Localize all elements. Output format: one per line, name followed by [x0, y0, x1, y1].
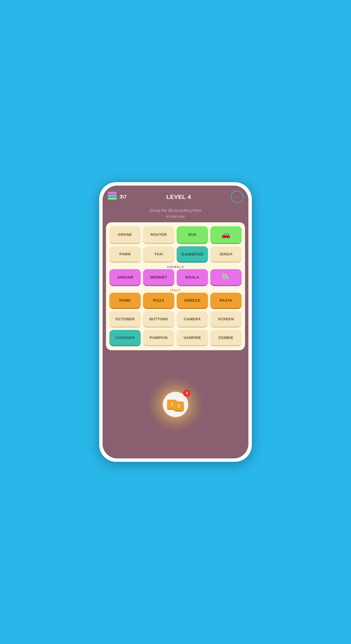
tile-pasta[interactable]: PASTA [210, 293, 242, 309]
tile-row-6: CHARGER PUMPKIN VAMPIRE ZOMBIE [109, 330, 242, 346]
tile-row-5: OCTOBER BUTTONS CAMERA SCREEN [109, 311, 242, 328]
tile-bus[interactable]: BUS [177, 226, 208, 244]
header: 3\7 LEVEL 4 ··· [103, 186, 248, 206]
tile-gamepad[interactable]: GAMEPAD [177, 246, 208, 263]
hint-tiles: 1 2 [167, 397, 184, 412]
animals-group-label: ANIMALS [109, 264, 242, 269]
tile-rome[interactable]: ROME [109, 293, 141, 309]
italy-tiles: ROME PIZZA GREECE PASTA [109, 293, 242, 309]
hint-badge: 2 [183, 390, 190, 397]
tile-elephant-icon[interactable]: 🐘 [210, 269, 242, 286]
tile-vampire[interactable]: VAMPIRE [177, 330, 208, 346]
tile-greece[interactable]: GREECE [177, 293, 208, 309]
animals-tiles: JAGUAR MONKEY KOALA 🐘 [109, 269, 242, 286]
phone-frame: 3\7 LEVEL 4 ··· Group the tile by puttin… [99, 182, 252, 462]
tile-october[interactable]: OCTOBER [109, 311, 141, 328]
tile-drone[interactable]: DRONE [109, 226, 141, 244]
score-display: 3\7 [120, 194, 127, 200]
menu-button[interactable]: ··· [231, 191, 243, 203]
score-badge: 3\7 [108, 192, 127, 202]
tile-car-icon[interactable]: 🚗 [210, 226, 242, 244]
bottom-area: 1 2 2 [103, 350, 248, 458]
tile-pumpkin[interactable]: PUMPKIN [143, 330, 174, 346]
level-title: LEVEL 4 [166, 194, 191, 200]
tile-pizza[interactable]: PIZZA [143, 293, 174, 309]
tile-jaguar[interactable]: JAGUAR [109, 269, 141, 286]
game-board: DRONE ROUTER BUS 🚗 PAWN TAXI GAMEPAD JEN… [106, 222, 245, 350]
tile-charger[interactable]: CHARGER [109, 330, 141, 346]
tile-screen[interactable]: SCREEN [210, 311, 242, 328]
stack-icon [108, 192, 118, 202]
instruction-text: Group the tile by putting them in one ro… [103, 206, 248, 222]
tile-taxi[interactable]: TAXI [143, 246, 174, 263]
hint-bubble[interactable]: 1 2 2 [163, 392, 188, 417]
tile-koala[interactable]: KOALA [177, 269, 208, 286]
tile-pawn[interactable]: PAWN [109, 246, 141, 263]
tile-row-2: PAWN TAXI GAMEPAD JENGA [109, 246, 242, 263]
italy-group-label: ITALY [109, 288, 242, 292]
italy-group: ITALY ROME PIZZA GREECE PASTA [109, 288, 242, 309]
tile-camera[interactable]: CAMERA [177, 311, 208, 328]
tile-router[interactable]: ROUTER [143, 226, 174, 244]
tile-buttons[interactable]: BUTTONS [143, 311, 174, 328]
phone-inner: 3\7 LEVEL 4 ··· Group the tile by puttin… [103, 186, 248, 458]
tile-jenga[interactable]: JENGA [210, 246, 242, 263]
tile-zombie[interactable]: ZOMBIE [210, 330, 242, 346]
menu-dots-icon: ··· [234, 194, 240, 200]
hint-tile-2: 2 [174, 401, 184, 412]
animals-group: ANIMALS JAGUAR MONKEY KOALA 🐘 [109, 264, 242, 286]
tile-row-1: DRONE ROUTER BUS 🚗 [109, 226, 242, 244]
tile-monkey[interactable]: MONKEY [143, 269, 174, 286]
